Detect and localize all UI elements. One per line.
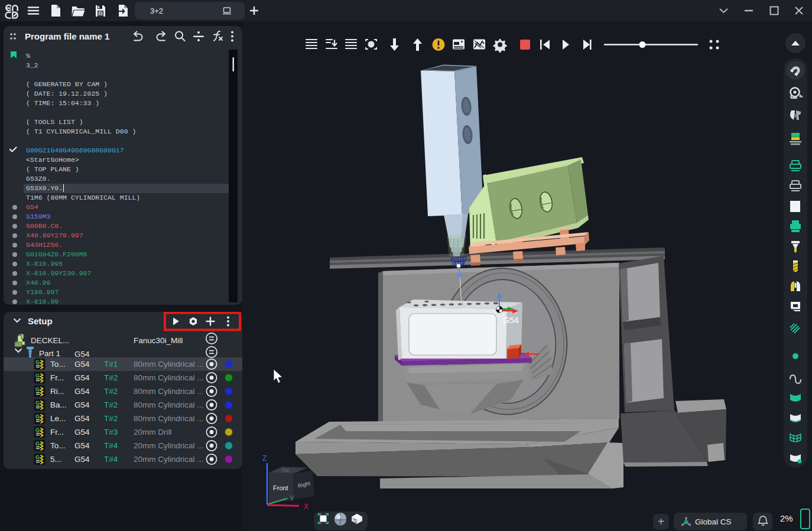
svg-text:G: G: [35, 427, 40, 433]
svg-text:G: G: [35, 373, 40, 379]
svg-text:G: G: [35, 359, 40, 365]
svg-text:X: X: [304, 503, 308, 511]
svg-text:G: G: [35, 400, 40, 406]
svg-text:G: G: [35, 454, 40, 460]
svg-text:Z: Z: [262, 454, 267, 462]
svg-text:G: G: [35, 386, 40, 392]
svg-text:Front: Front: [273, 484, 288, 491]
svg-text:G54: G54: [503, 315, 519, 325]
svg-text:G: G: [35, 413, 40, 419]
svg-text:Top: Top: [281, 467, 290, 473]
svg-text:G: G: [35, 441, 40, 447]
svg-text:Y: Y: [290, 494, 294, 503]
